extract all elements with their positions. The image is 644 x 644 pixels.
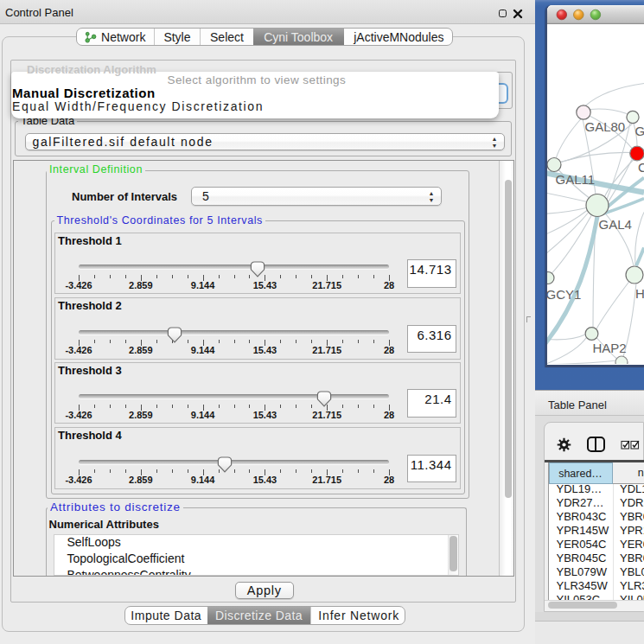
svg-text:GAL11: GAL11 (556, 172, 596, 187)
svg-text:HAP2: HAP2 (593, 341, 627, 355)
svg-text:GAL4: GAL4 (599, 217, 632, 232)
svg-text:HI: HI (635, 286, 644, 301)
svg-text:GA: GA (635, 123, 644, 137)
svg-text:GCY1: GCY1 (547, 287, 581, 302)
svg-text:C: C (638, 160, 644, 175)
svg-text:GAL80: GAL80 (585, 119, 626, 134)
